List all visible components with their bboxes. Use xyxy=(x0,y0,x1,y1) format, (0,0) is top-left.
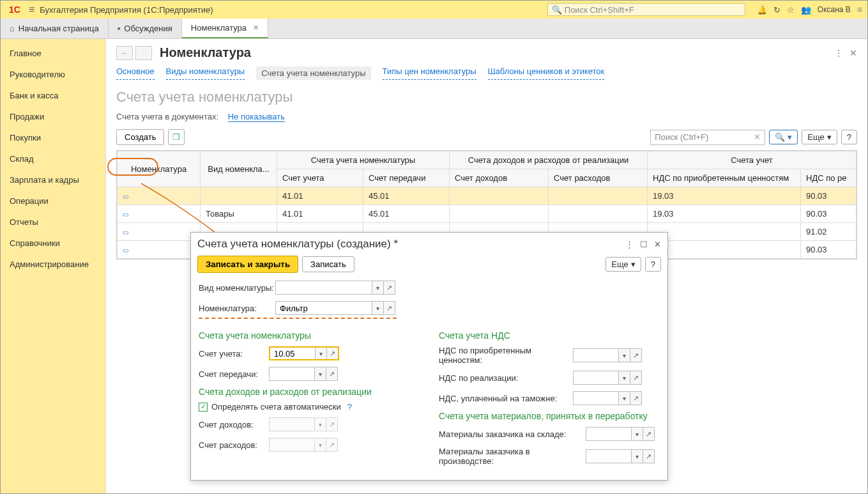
input-nds-tam[interactable]: ▾ ↗ xyxy=(573,391,642,405)
dialog-more-button[interactable]: Еще ▾ xyxy=(605,257,641,272)
create-button[interactable]: Создать xyxy=(116,129,164,145)
chevron-down-icon[interactable]: ▾ xyxy=(372,281,383,294)
input-nom[interactable]: ▾ ↗ xyxy=(275,301,395,315)
sidebar-item-reports[interactable]: Отчеты xyxy=(1,212,105,233)
input-mat-pro[interactable]: ▾ ↗ xyxy=(586,449,655,463)
help-icon[interactable]: ? xyxy=(347,402,352,412)
sidebar-item-bank[interactable]: Банк и касса xyxy=(1,85,105,106)
input-mat-skl-field[interactable] xyxy=(586,428,631,440)
chevron-down-icon[interactable]: ▾ xyxy=(631,450,643,463)
page-title: Номенклатура xyxy=(160,45,251,60)
window-menu-icon[interactable]: ≡ xyxy=(857,4,862,15)
th-schet-d[interactable]: Счет доходов xyxy=(450,169,549,187)
chevron-down-icon[interactable]: ▾ xyxy=(315,348,326,359)
input-nom-field[interactable] xyxy=(276,302,372,314)
dialog-close-icon[interactable]: ✕ xyxy=(654,240,661,249)
subnav-accounts[interactable]: Счета учета номенклатуры xyxy=(256,66,370,80)
input-nds-pr-field[interactable] xyxy=(574,349,618,362)
open-ref-icon[interactable]: ↗ xyxy=(326,367,337,380)
save-close-button[interactable]: Записать и закрыть xyxy=(197,256,298,273)
th-vid[interactable]: Вид номенкла... xyxy=(201,151,277,187)
input-mat-pro-field[interactable] xyxy=(586,450,631,463)
th-schet-p[interactable]: Счет передачи xyxy=(363,169,450,187)
history-icon[interactable]: ↻ xyxy=(773,5,780,15)
dialog-menu-icon[interactable]: ⋮ xyxy=(625,240,634,249)
input-nds-re-field[interactable] xyxy=(574,371,618,384)
subnav-price-types[interactable]: Типы цен номенклатуры xyxy=(383,66,476,80)
row-icon: ▭ xyxy=(123,247,128,254)
titlebar: 1C ≡ Бухгалтерия Предприятия (1С:Предпри… xyxy=(1,1,867,19)
input-vid-field[interactable] xyxy=(276,281,372,294)
open-ref-icon[interactable]: ↗ xyxy=(630,349,641,362)
search-run-button[interactable]: 🔍▾ xyxy=(769,130,798,144)
subnav-templates[interactable]: Шаблоны ценников и этикеток xyxy=(488,66,605,80)
bell-icon[interactable]: 🔔 xyxy=(757,5,767,15)
input-nds-re[interactable]: ▾ ↗ xyxy=(573,371,642,385)
chevron-down-icon[interactable]: ▾ xyxy=(618,371,630,384)
save-button[interactable]: Записать xyxy=(302,256,354,272)
tab-nomenclature[interactable]: Номенклатура ✕ xyxy=(182,19,268,38)
global-search-input[interactable]: 🔍 Поиск Ctrl+Shift+F xyxy=(547,3,745,16)
sidebar-item-manager[interactable]: Руководителю xyxy=(1,64,105,85)
th-nds-r[interactable]: НДС по ре xyxy=(801,169,857,187)
dialog-title: Счета учета номенклатуры (создание) * xyxy=(197,238,398,251)
sidebar-item-operations[interactable]: Операции xyxy=(1,190,105,212)
open-ref-icon[interactable]: ↗ xyxy=(326,348,338,359)
sidebar-item-purchases[interactable]: Покупки xyxy=(1,127,105,148)
tab-discussions[interactable]: ▪ Обсуждения xyxy=(109,19,182,38)
user-icon[interactable]: 👥 xyxy=(801,5,811,15)
input-schet-u-field[interactable] xyxy=(270,348,315,359)
open-ref-icon[interactable]: ↗ xyxy=(383,281,395,294)
open-ref-icon[interactable]: ↗ xyxy=(643,428,654,440)
chevron-down-icon[interactable]: ▾ xyxy=(618,392,630,405)
sidebar-item-main[interactable]: Главное xyxy=(1,43,105,64)
open-ref-icon[interactable]: ↗ xyxy=(630,371,641,384)
input-schet-p[interactable]: ▾ ↗ xyxy=(269,367,338,381)
input-vid[interactable]: ▾ ↗ xyxy=(275,281,395,295)
star-icon[interactable]: ☆ xyxy=(787,5,795,15)
chevron-down-icon[interactable]: ▾ xyxy=(372,302,383,314)
chevron-down-icon[interactable]: ▾ xyxy=(314,367,326,380)
th-schet-r[interactable]: Счет расходов xyxy=(549,169,648,187)
page-menu-icon[interactable]: ⋮ xyxy=(834,48,843,58)
nav-back-button[interactable]: ← xyxy=(116,46,133,60)
more-button[interactable]: Еще ▾ xyxy=(802,130,837,144)
create-dialog: Счета учета номенклатуры (создание) * ⋮ … xyxy=(190,232,668,481)
open-ref-icon[interactable]: ↗ xyxy=(630,392,641,405)
dialog-maximize-icon[interactable]: ☐ xyxy=(640,240,648,249)
open-ref-icon[interactable]: ↗ xyxy=(383,302,395,314)
sidebar-item-payroll[interactable]: Зарплата и кадры xyxy=(1,169,105,190)
docs-mode-toggle[interactable]: Не показывать xyxy=(228,112,285,122)
sidebar-item-sales[interactable]: Продажи xyxy=(1,106,105,127)
th-nds-p[interactable]: НДС по приобретенным ценностям xyxy=(648,169,801,187)
input-nds-tam-field[interactable] xyxy=(574,392,618,405)
clear-search-icon[interactable]: ✕ xyxy=(754,132,761,142)
subnav-main[interactable]: Основное xyxy=(116,66,155,80)
hamburger-icon[interactable]: ≡ xyxy=(29,4,34,15)
input-nds-pr[interactable]: ▾ ↗ xyxy=(573,348,642,362)
input-schet-u[interactable]: ▾ ↗ xyxy=(269,346,339,360)
tab-close-icon[interactable]: ✕ xyxy=(253,24,259,32)
nav-forward-button[interactable]: → xyxy=(135,46,152,60)
chevron-down-icon[interactable]: ▾ xyxy=(631,428,643,440)
table-row[interactable]: ▭Товары41.0145.0119.0390.03 xyxy=(118,205,857,223)
table-row[interactable]: ▭41.0145.0119.0390.03 xyxy=(118,187,857,205)
input-mat-skl[interactable]: ▾ ↗ xyxy=(586,427,655,441)
th-schet-u[interactable]: Счет учета xyxy=(277,169,363,187)
list-search-input[interactable]: Поиск (Ctrl+F) ✕ xyxy=(650,130,765,145)
copy-button[interactable]: ❐ xyxy=(168,129,185,145)
subnav-vidy[interactable]: Виды номенклатуры xyxy=(166,66,245,80)
tab-start-page[interactable]: ⌂ Начальная страница xyxy=(1,19,109,38)
checkbox-auto[interactable]: ✓ Определять счета автоматически ? xyxy=(199,402,420,412)
open-ref-icon[interactable]: ↗ xyxy=(643,450,654,463)
input-schet-p-field[interactable] xyxy=(270,367,314,380)
help-button[interactable]: ? xyxy=(841,130,857,144)
sidebar-item-warehouse[interactable]: Склад xyxy=(1,148,105,169)
chevron-down-icon[interactable]: ▾ xyxy=(618,349,630,362)
group-accounts: Счета учета номенклатуры xyxy=(199,330,420,341)
dialog-help-button[interactable]: ? xyxy=(645,257,661,272)
page-close-icon[interactable]: ✕ xyxy=(849,48,857,58)
sidebar-item-admin[interactable]: Администрирование xyxy=(1,254,105,275)
th-nomenclature[interactable]: Номенклатура xyxy=(118,151,201,187)
sidebar-item-refs[interactable]: Справочники xyxy=(1,233,105,254)
